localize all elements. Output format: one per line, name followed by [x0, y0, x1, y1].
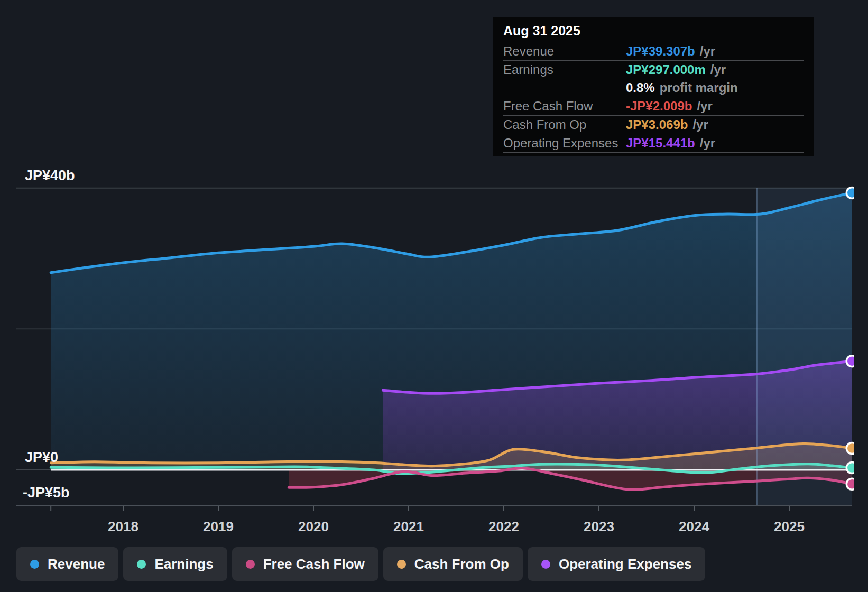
x-axis-label-2025: 2025 — [765, 519, 813, 535]
revenue-end-marker — [846, 187, 857, 198]
x-axis: 20182019202020212022202320242025 — [0, 519, 868, 534]
x-axis-label-2024: 2024 — [670, 519, 718, 535]
tooltip-date: Aug 31 2025 — [503, 17, 804, 42]
x-axis-label-2018: 2018 — [99, 519, 147, 535]
tooltip-label-cash-from-op: Cash From Op — [503, 117, 626, 132]
tooltip-suffix: /yr — [700, 136, 715, 151]
legend-label: Cash From Op — [414, 556, 509, 572]
legend: RevenueEarningsFree Cash FlowCash From O… — [16, 547, 705, 581]
tooltip-label-earnings: Earnings — [503, 62, 626, 77]
earnings-legend-dot-icon — [137, 560, 146, 569]
x-axis-label-2019: 2019 — [195, 519, 242, 535]
tooltip-suffix: /yr — [710, 62, 726, 77]
earnings-end-marker — [846, 462, 857, 474]
tooltip-row-operating-expenses: Operating ExpensesJP¥15.441b/yr — [503, 134, 804, 153]
chart-tooltip: Aug 31 2025 RevenueJP¥39.307b/yrEarnings… — [493, 17, 814, 156]
highlight-band — [757, 188, 852, 506]
tooltip-value-revenue: JP¥39.307b — [626, 44, 695, 59]
legend-label: Operating Expenses — [559, 556, 691, 572]
tooltip-value-earnings: JP¥297.000m — [626, 62, 706, 77]
y-axis-label-neg5b: -JP¥5b — [23, 485, 70, 501]
x-axis-label-2021: 2021 — [385, 519, 432, 535]
y-axis-label-0: JP¥0 — [25, 449, 58, 465]
y-axis-label-40b: JP¥40b — [25, 168, 75, 183]
cash-from-op-legend-dot-icon — [397, 560, 406, 569]
tooltip-row-revenue: RevenueJP¥39.307b/yr — [503, 42, 804, 61]
tooltip-row-cash-from-op: Cash From OpJP¥3.069b/yr — [503, 116, 804, 134]
operating-expenses-end-marker — [846, 356, 857, 367]
x-axis-label-2023: 2023 — [575, 519, 623, 535]
tooltip-suffix: /yr — [700, 44, 715, 59]
x-axis-label-2022: 2022 — [480, 519, 528, 535]
legend-item-operating-expenses[interactable]: Operating Expenses — [528, 547, 705, 581]
legend-label: Earnings — [154, 556, 213, 572]
tooltip-value-operating-expenses: JP¥15.441b — [626, 136, 695, 151]
tooltip-value-free-cash-flow: -JP¥2.009b — [626, 99, 692, 114]
legend-item-free-cash-flow[interactable]: Free Cash Flow — [232, 547, 378, 581]
tooltip-suffix: /yr — [697, 99, 712, 114]
tooltip-label-operating-expenses: Operating Expenses — [503, 136, 626, 151]
tooltip-label-revenue: Revenue — [503, 44, 626, 59]
free-cash-flow-legend-dot-icon — [246, 560, 255, 569]
chart-page: JP¥40b JP¥0 -JP¥5b 201820192020202120222… — [0, 0, 868, 592]
revenue-legend-dot-icon — [30, 560, 39, 569]
legend-label: Free Cash Flow — [263, 556, 365, 572]
legend-item-cash-from-op[interactable]: Cash From Op — [383, 547, 523, 581]
legend-item-earnings[interactable]: Earnings — [123, 547, 227, 581]
free-cash-flow-end-marker — [846, 478, 857, 489]
cash-from-op-end-marker — [846, 443, 857, 454]
profit-margin-label: profit margin — [660, 80, 738, 95]
operating-expenses-legend-dot-icon — [541, 560, 550, 569]
legend-label: Revenue — [48, 556, 105, 572]
legend-item-revenue[interactable]: Revenue — [16, 547, 118, 581]
tooltip-label-free-cash-flow: Free Cash Flow — [503, 99, 626, 114]
tooltip-suffix: /yr — [692, 117, 708, 132]
profit-margin-value: 0.8% — [626, 80, 655, 95]
tooltip-value-cash-from-op: JP¥3.069b — [626, 117, 688, 132]
x-axis-label-2020: 2020 — [290, 519, 337, 535]
tooltip-row-earnings: EarningsJP¥297.000m/yr0.8%profit margin — [503, 61, 804, 97]
tooltip-row-free-cash-flow: Free Cash Flow-JP¥2.009b/yr — [503, 97, 804, 116]
